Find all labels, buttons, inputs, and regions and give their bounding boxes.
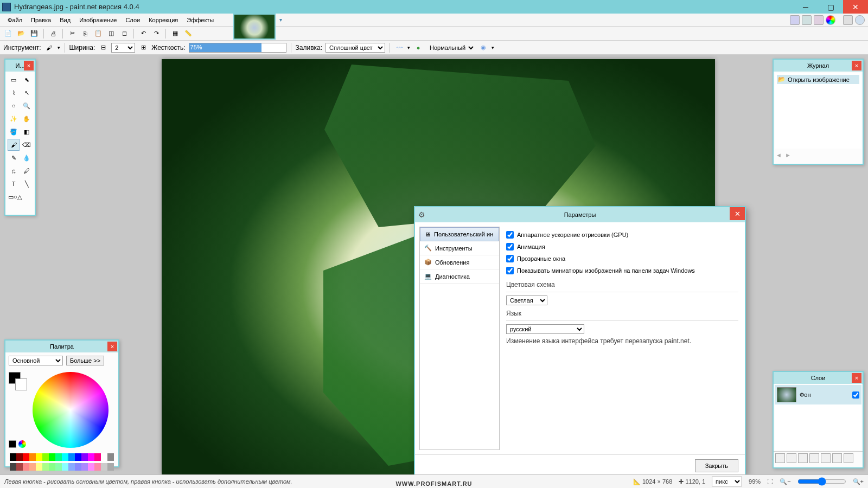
color-swatches[interactable] bbox=[9, 372, 28, 391]
dialog-close-button[interactable]: Закрыть bbox=[695, 459, 738, 472]
antialias-icon[interactable]: 〰 bbox=[394, 43, 404, 53]
save-icon[interactable]: 💾 bbox=[29, 29, 39, 38]
trans-checkbox[interactable] bbox=[506, 255, 514, 262]
tools-close-icon[interactable]: × bbox=[24, 61, 34, 70]
open-icon[interactable]: 📂 bbox=[16, 29, 26, 38]
width-minus-icon[interactable]: ⊟ bbox=[98, 43, 108, 53]
crop-icon[interactable]: ◫ bbox=[106, 29, 116, 38]
zoom-in-icon[interactable]: 🔍+ bbox=[853, 478, 864, 485]
layer-item[interactable]: Фон bbox=[775, 385, 861, 404]
menu-adjust[interactable]: Коррекция bbox=[144, 15, 182, 25]
colors-toggle-icon[interactable] bbox=[826, 15, 835, 25]
zoom-tool[interactable]: 🔍 bbox=[21, 100, 33, 112]
down-layer-icon[interactable] bbox=[832, 453, 842, 463]
menu-edit[interactable]: Правка bbox=[27, 15, 55, 25]
image-tab[interactable]: ▾ bbox=[233, 14, 276, 40]
nav-tools[interactable]: 🔨Инструменты bbox=[420, 241, 499, 255]
copy-icon[interactable]: ⎘ bbox=[80, 29, 90, 38]
thumb-checkbox[interactable] bbox=[506, 267, 514, 274]
pan-tool[interactable]: ✋ bbox=[21, 113, 33, 125]
layers-toggle-icon[interactable] bbox=[814, 15, 824, 25]
history-toggle-icon[interactable] bbox=[802, 15, 812, 25]
eraser-tool[interactable]: ⌫ bbox=[21, 139, 33, 151]
lasso-tool[interactable]: ⌇ bbox=[8, 87, 20, 99]
cut-icon[interactable]: ✂ bbox=[67, 29, 77, 38]
rect-select-tool[interactable]: ▭ bbox=[8, 74, 20, 86]
ellipse-select-tool[interactable]: ○ bbox=[8, 100, 20, 112]
width-plus-icon[interactable]: ⊞ bbox=[138, 43, 148, 53]
history-item[interactable]: 📂Открыть изображение bbox=[777, 75, 859, 84]
tools-toggle-icon[interactable] bbox=[790, 15, 800, 25]
color-scheme-select[interactable]: Светлая bbox=[506, 296, 547, 305]
language-select[interactable]: русский bbox=[506, 324, 584, 334]
brush-tool-icon[interactable]: 🖌 bbox=[44, 43, 54, 53]
menu-effects[interactable]: Эффекты bbox=[182, 15, 218, 25]
brush-width-select[interactable]: 2 bbox=[111, 43, 135, 53]
minimize-button[interactable]: ─ bbox=[793, 0, 818, 14]
palette-strip-2[interactable] bbox=[10, 463, 114, 471]
zoom-fit-icon[interactable]: ⛶ bbox=[767, 478, 773, 485]
ruler-icon[interactable]: 📏 bbox=[183, 29, 193, 38]
new-icon[interactable]: 📄 bbox=[3, 29, 13, 38]
layers-close-icon[interactable]: × bbox=[852, 373, 861, 383]
move-sel-tool[interactable]: ⬉ bbox=[21, 74, 33, 86]
undo-icon[interactable]: ↶ bbox=[138, 29, 148, 38]
more-button[interactable]: Больше >> bbox=[66, 356, 104, 365]
help-icon[interactable] bbox=[855, 15, 865, 25]
black-swatch[interactable] bbox=[9, 440, 16, 448]
history-close-icon[interactable]: × bbox=[852, 61, 861, 70]
fill-select[interactable]: Сплошной цвет bbox=[326, 43, 385, 53]
settings-icon[interactable] bbox=[843, 15, 853, 25]
merge-layer-icon[interactable] bbox=[809, 453, 819, 463]
nav-ui[interactable]: 🖥Пользовательский ин bbox=[420, 227, 499, 241]
brush-tool[interactable]: 🖌 bbox=[8, 139, 20, 151]
bucket-tool[interactable]: 🪣 bbox=[8, 126, 20, 138]
anim-checkbox[interactable] bbox=[506, 243, 514, 251]
text-tool[interactable]: T bbox=[8, 178, 20, 190]
menu-view[interactable]: Вид bbox=[55, 15, 75, 25]
gradient-tool[interactable]: ◧ bbox=[21, 126, 33, 138]
shapes-tool[interactable]: ▭○△ bbox=[8, 191, 20, 203]
history-redo-icon[interactable]: ► bbox=[785, 152, 791, 158]
palette-close-icon[interactable]: × bbox=[107, 342, 117, 351]
pencil-tool[interactable]: ✎ bbox=[8, 152, 20, 164]
clone-tool[interactable]: ⎌ bbox=[8, 165, 20, 177]
nav-updates[interactable]: 📦Обновления bbox=[420, 255, 499, 269]
menu-layers[interactable]: Слои bbox=[121, 15, 144, 25]
zoom-out-icon[interactable]: 🔍− bbox=[780, 478, 790, 485]
recolor-tool[interactable]: 🖊 bbox=[21, 165, 33, 177]
alpha-icon[interactable]: ● bbox=[413, 43, 423, 53]
add-layer-icon[interactable] bbox=[775, 453, 785, 463]
props-layer-icon[interactable] bbox=[844, 453, 853, 463]
grid-icon[interactable]: ▦ bbox=[170, 29, 180, 38]
picker-tool[interactable]: 💧 bbox=[21, 152, 33, 164]
maximize-button[interactable]: ▢ bbox=[818, 0, 843, 14]
up-layer-icon[interactable] bbox=[821, 453, 831, 463]
blend-mode-select[interactable]: Нормальный bbox=[426, 43, 475, 52]
line-tool[interactable]: ╲ bbox=[21, 178, 33, 190]
menu-file[interactable]: Файл bbox=[3, 15, 27, 25]
nav-diag[interactable]: 💻Диагностика bbox=[420, 269, 499, 284]
palette-strip[interactable] bbox=[10, 453, 114, 461]
history-undo-icon[interactable]: ◄ bbox=[776, 152, 782, 158]
blend-icon[interactable]: ◉ bbox=[478, 43, 488, 53]
dialog-close-icon[interactable]: ✕ bbox=[730, 207, 745, 220]
layer-visible-checkbox[interactable] bbox=[852, 391, 859, 399]
zoom-slider[interactable] bbox=[797, 477, 846, 486]
dup-layer-icon[interactable] bbox=[798, 453, 808, 463]
color-wheel[interactable] bbox=[33, 372, 108, 448]
wand-tool[interactable]: ✨ bbox=[8, 113, 20, 125]
gpu-checkbox[interactable] bbox=[506, 231, 514, 239]
menu-image[interactable]: Изображение bbox=[75, 15, 121, 25]
color-mode-select[interactable]: Основной bbox=[9, 356, 63, 365]
close-button[interactable]: ✕ bbox=[843, 0, 868, 14]
print-icon[interactable]: 🖨 bbox=[48, 29, 58, 38]
paste-icon[interactable]: 📋 bbox=[93, 29, 103, 38]
hardness-slider[interactable]: 75% bbox=[189, 43, 286, 53]
wheel-icon[interactable] bbox=[18, 440, 26, 448]
move-tool[interactable]: ↖ bbox=[21, 87, 33, 99]
deselect-icon[interactable]: ◻ bbox=[119, 29, 129, 38]
units-select[interactable]: пикс bbox=[712, 477, 742, 486]
redo-icon[interactable]: ↷ bbox=[151, 29, 161, 38]
delete-layer-icon[interactable] bbox=[787, 453, 796, 463]
